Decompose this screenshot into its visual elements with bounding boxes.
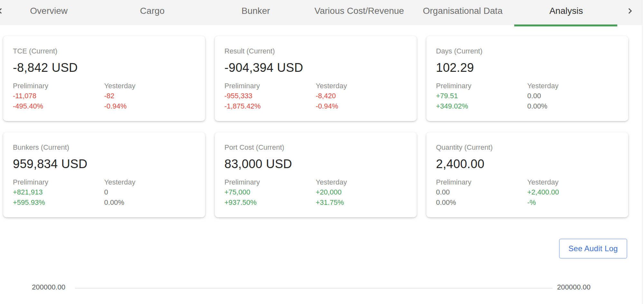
delta-percent: -495.40% — [13, 101, 104, 111]
range-track — [75, 288, 553, 289]
card-comparison: Preliminary +821,913 +595.93% Yesterday … — [13, 177, 195, 208]
yesterday-column: Yesterday -8,420 -0.94% — [316, 81, 407, 111]
chevron-right-icon[interactable] — [626, 7, 634, 15]
kpi-card-tce: TCE (Current) -8,842 USD Preliminary -11… — [3, 36, 205, 121]
column-label: Preliminary — [436, 81, 527, 91]
page: { "tab_bar": { "items": [ {"label": "Ove… — [0, 0, 644, 304]
card-comparison: Preliminary +75,000 +937.50% Yesterday +… — [224, 177, 407, 208]
card-title: Days (Current) — [436, 46, 619, 56]
preliminary-column: Preliminary +75,000 +937.50% — [224, 177, 316, 208]
delta-percent: +595.93% — [13, 197, 104, 208]
yesterday-column: Yesterday -82 -0.94% — [104, 81, 196, 111]
column-label: Yesterday — [104, 81, 196, 91]
delta-value: -11,078 — [13, 91, 104, 101]
delta-value: +79.51 — [436, 91, 527, 101]
delta-percent: -0.94% — [104, 101, 196, 111]
column-label: Yesterday — [104, 177, 196, 187]
card-value: 959,834 USD — [13, 156, 195, 172]
card-comparison: Preliminary -955,333 -1,875.42% Yesterda… — [224, 81, 407, 111]
card-title: Port Cost (Current) — [224, 143, 407, 152]
delta-value: -82 — [104, 91, 196, 101]
range-max-label: 200000.00 — [557, 283, 602, 291]
delta-value: 0.00 — [527, 91, 619, 101]
delta-value: +75,000 — [224, 187, 316, 197]
column-label: Preliminary — [224, 177, 316, 187]
delta-value: +821,913 — [13, 187, 104, 197]
card-comparison: Preliminary +79.51 +349.02% Yesterday 0.… — [436, 81, 619, 111]
tab-overview[interactable]: Overview — [0, 0, 100, 25]
kpi-card-quantity: Quantity (Current) 2,400.00 Preliminary … — [426, 132, 628, 217]
delta-value: +20,000 — [316, 187, 407, 197]
card-value: 2,400.00 — [436, 156, 619, 172]
preliminary-column: Preliminary +821,913 +595.93% — [13, 177, 104, 208]
tab-various-cost-revenue[interactable]: Various Cost/Revenue — [308, 0, 411, 25]
preliminary-column: Preliminary +79.51 +349.02% — [436, 81, 527, 111]
delta-percent: 0.00% — [527, 101, 619, 111]
delta-percent: +349.02% — [436, 101, 527, 111]
card-title: TCE (Current) — [13, 46, 195, 56]
see-audit-log-button[interactable]: See Audit Log — [559, 239, 627, 259]
active-tab-underline — [514, 24, 617, 26]
tab-cargo[interactable]: Cargo — [100, 0, 204, 25]
tab-bar: Overview Cargo Bunker Various Cost/Reven… — [0, 0, 644, 25]
card-value: -8,842 USD — [13, 60, 195, 75]
yesterday-column: Yesterday 0.00 0.00% — [527, 81, 619, 111]
column-label: Preliminary — [13, 81, 104, 91]
delta-value: 0 — [104, 187, 196, 197]
range-min-label: 200000.00 — [20, 283, 65, 291]
delta-percent: +937.50% — [224, 197, 316, 208]
column-label: Yesterday — [527, 81, 619, 91]
delta-percent: +31.75% — [316, 197, 407, 208]
delta-percent: -0.94% — [316, 101, 407, 111]
delta-percent: 0.00% — [436, 197, 527, 208]
column-label: Yesterday — [316, 177, 407, 187]
card-title: Result (Current) — [224, 46, 407, 56]
tab-organisational-data[interactable]: Organisational Data — [411, 0, 514, 25]
yesterday-column: Yesterday +2,400.00 -% — [527, 177, 619, 208]
kpi-card-days: Days (Current) 102.29 Preliminary +79.51… — [426, 36, 628, 121]
kpi-card-grid: TCE (Current) -8,842 USD Preliminary -11… — [3, 36, 628, 217]
card-title: Quantity (Current) — [436, 143, 619, 152]
delta-value: +2,400.00 — [527, 187, 619, 197]
preliminary-column: Preliminary -955,333 -1,875.42% — [224, 81, 316, 111]
tab-list: Overview Cargo Bunker Various Cost/Reven… — [0, 0, 618, 25]
kpi-card-port-cost: Port Cost (Current) 83,000 USD Prelimina… — [215, 132, 417, 217]
delta-percent: -1,875.42% — [224, 101, 316, 111]
column-label: Preliminary — [224, 81, 316, 91]
delta-value: 0.00 — [436, 187, 527, 197]
card-value: 83,000 USD — [224, 156, 407, 172]
tab-bunker[interactable]: Bunker — [204, 0, 308, 25]
scrollbar-track — [642, 0, 644, 25]
card-comparison: Preliminary -11,078 -495.40% Yesterday -… — [13, 81, 195, 111]
delta-percent: 0.00% — [104, 197, 196, 208]
right-edge-divider — [642, 0, 642, 304]
column-label: Preliminary — [13, 177, 104, 187]
yesterday-column: Yesterday 0 0.00% — [104, 177, 196, 208]
delta-value: -955,333 — [224, 91, 316, 101]
column-label: Preliminary — [436, 177, 527, 187]
card-value: -904,394 USD — [224, 60, 407, 75]
kpi-card-bunkers: Bunkers (Current) 959,834 USD Preliminar… — [3, 132, 205, 217]
card-value: 102.29 — [436, 60, 619, 75]
delta-value: -8,420 — [316, 91, 407, 101]
delta-percent: -% — [527, 197, 619, 208]
preliminary-column: Preliminary 0.00 0.00% — [436, 177, 527, 208]
column-label: Yesterday — [316, 81, 407, 91]
column-label: Yesterday — [527, 177, 619, 187]
kpi-card-result: Result (Current) -904,394 USD Preliminar… — [215, 36, 417, 121]
tab-analysis[interactable]: Analysis — [515, 0, 618, 25]
card-title: Bunkers (Current) — [13, 143, 195, 152]
yesterday-column: Yesterday +20,000 +31.75% — [316, 177, 407, 208]
card-comparison: Preliminary 0.00 0.00% Yesterday +2,400.… — [436, 177, 619, 208]
preliminary-column: Preliminary -11,078 -495.40% — [13, 81, 104, 111]
